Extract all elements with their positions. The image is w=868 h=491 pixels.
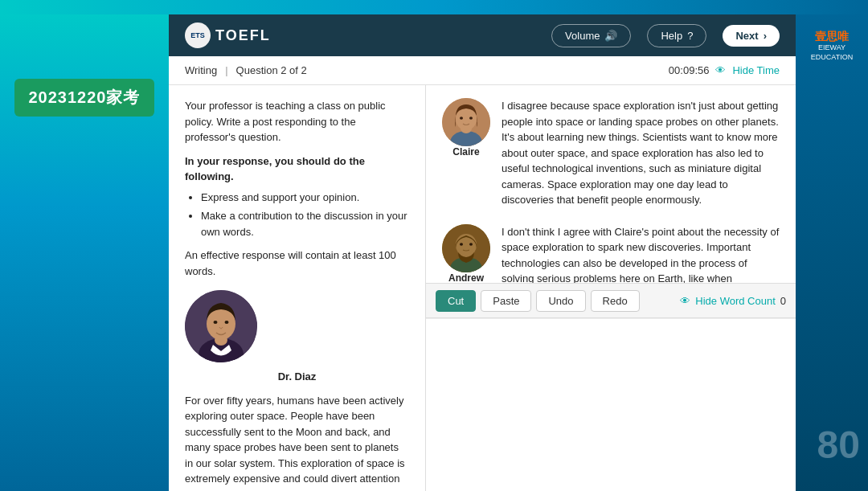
avatar-container-claire: Claire: [442, 98, 490, 208]
professor-image-container: [185, 290, 409, 362]
andrew-comment-text: I don't think I agree with Claire's poin…: [502, 224, 780, 284]
section-label: Writing: [185, 64, 217, 76]
help-button[interactable]: Help ?: [647, 24, 706, 47]
ets-badge: ETS: [185, 23, 211, 48]
right-sidebar: 壹思唯 EIEWAY EDUCATION 80: [796, 14, 868, 491]
question-label: Question 2 of 2: [236, 64, 307, 76]
volume-label: Volume: [565, 30, 600, 42]
andrew-name: Andrew: [448, 272, 484, 284]
volume-button[interactable]: Volume 🔊: [551, 24, 631, 47]
avatar-claire: [442, 98, 490, 146]
professor-silhouette-svg: [185, 290, 257, 362]
sidebar-label: 20231220家考: [14, 79, 155, 117]
claire-comment-text: I disagree because space exploration isn…: [502, 98, 780, 208]
writing-area[interactable]: [426, 318, 796, 491]
word-count-area: 👁 Hide Word Count 0: [680, 295, 786, 307]
svg-point-16: [460, 243, 463, 246]
volume-icon: 🔊: [604, 30, 617, 42]
right-panel: Claire I disagree because space explorat…: [426, 85, 796, 491]
help-label: Help: [661, 30, 682, 42]
editor-toolbar: Cut Paste Undo Redo 👁 Hide Word Count 0: [426, 283, 796, 318]
avatar-andrew: [442, 224, 490, 272]
next-arrow-icon: ›: [764, 30, 767, 42]
content-area: Your professor is teaching a class on pu…: [169, 85, 796, 491]
breadcrumb-bar: Writing | Question 2 of 2 00:09:56 👁 Hid…: [169, 56, 796, 85]
svg-point-17: [469, 243, 473, 246]
watermark: 80: [817, 423, 860, 467]
comment-andrew: Andrew I don't think I agree with Claire…: [442, 224, 780, 284]
instruction-heading: In your response, you should do the foll…: [185, 153, 409, 185]
body-text: For over fifty years, humans have been a…: [185, 393, 409, 492]
svg-point-9: [456, 108, 477, 130]
svg-point-5: [225, 321, 229, 324]
left-sidebar: 20231220家考: [0, 14, 169, 491]
redo-button[interactable]: Redo: [591, 290, 640, 312]
professor-name: Dr. Diaz: [185, 369, 409, 385]
help-icon: ?: [687, 30, 693, 42]
word-requirement: An effective response will contain at le…: [185, 248, 409, 279]
right-logo: 壹思唯 EIEWAY EDUCATION: [796, 23, 868, 69]
toefl-label: TOEFL: [215, 27, 271, 44]
top-bar: [0, 0, 868, 14]
svg-point-11: [469, 117, 473, 120]
avatar-container-andrew: Andrew: [442, 224, 490, 284]
professor-avatar: [185, 290, 257, 362]
right-logo-brand: 壹思唯: [799, 29, 865, 43]
main-area: ETS TOEFL Volume 🔊 Help ? Next › Writing…: [169, 14, 796, 491]
next-button[interactable]: Next ›: [723, 25, 780, 47]
andrew-avatar-svg: [442, 224, 490, 272]
svg-point-15: [456, 234, 477, 256]
instruction-item-1: Express and support your opinion.: [201, 190, 409, 206]
timer-eye-icon: 👁: [715, 64, 726, 76]
claire-avatar-svg: [442, 98, 490, 146]
word-count-eye-icon: 👁: [680, 295, 690, 307]
breadcrumb-separator: |: [225, 64, 227, 76]
header-nav: ETS TOEFL Volume 🔊 Help ? Next ›: [169, 14, 796, 56]
right-logo-sub: EIEWAY EDUCATION: [799, 43, 865, 62]
undo-button[interactable]: Undo: [536, 290, 585, 312]
instruction-item-2: Make a contribution to the discussion in…: [201, 208, 409, 239]
timer-area: 00:09:56 👁 Hide Time: [669, 64, 780, 76]
hide-time-button[interactable]: Hide Time: [732, 64, 780, 76]
hide-word-count-label[interactable]: Hide Word Count: [695, 295, 775, 307]
discussion-area: Claire I disagree because space explorat…: [426, 85, 796, 283]
instruction-list: Express and support your opinion. Make a…: [201, 190, 409, 240]
comment-claire: Claire I disagree because space explorat…: [442, 98, 780, 208]
ets-logo: ETS TOEFL: [185, 23, 271, 48]
claire-name: Claire: [452, 146, 479, 158]
svg-point-4: [214, 321, 218, 324]
left-panel: Your professor is teaching a class on pu…: [169, 85, 426, 491]
cut-button[interactable]: Cut: [436, 290, 476, 312]
next-label: Next: [735, 30, 758, 42]
svg-point-10: [460, 117, 463, 120]
timer-display: 00:09:56: [669, 64, 710, 76]
word-count-value: 0: [780, 295, 786, 307]
paste-button[interactable]: Paste: [481, 290, 531, 312]
intro-text: Your professor is teaching a class on pu…: [185, 98, 409, 145]
